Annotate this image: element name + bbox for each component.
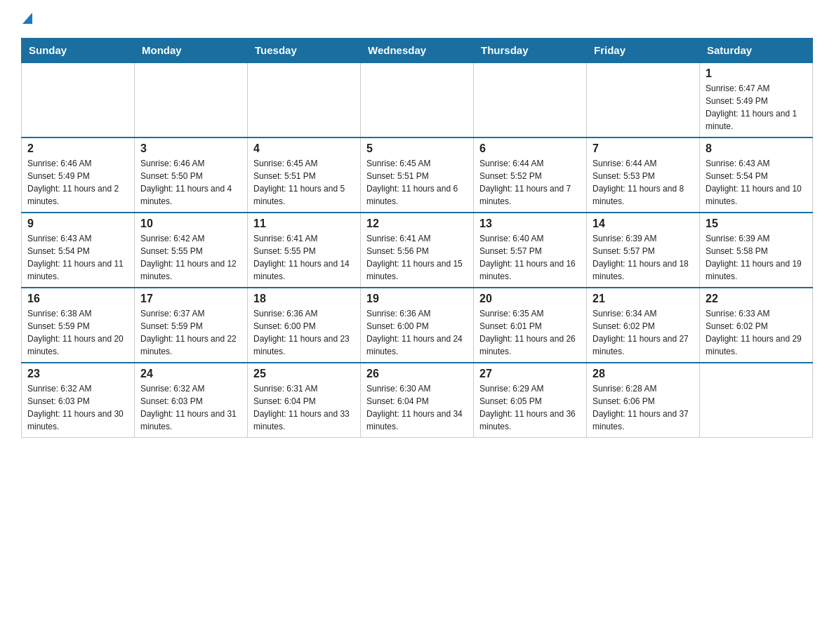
day-number: 8 xyxy=(706,142,807,155)
day-number: 12 xyxy=(366,217,468,230)
day-number: 7 xyxy=(593,142,694,155)
calendar-cell: 16Sunrise: 6:38 AM Sunset: 5:59 PM Dayli… xyxy=(22,288,135,363)
calendar-cell xyxy=(700,363,813,438)
weekday-header-row: SundayMondayTuesdayWednesdayThursdayFrid… xyxy=(22,39,813,63)
day-info: Sunrise: 6:42 AM Sunset: 5:55 PM Dayligh… xyxy=(140,232,241,283)
calendar-cell: 4Sunrise: 6:45 AM Sunset: 5:51 PM Daylig… xyxy=(248,137,361,213)
calendar-cell: 25Sunrise: 6:31 AM Sunset: 6:04 PM Dayli… xyxy=(248,363,361,438)
calendar-cell: 27Sunrise: 6:29 AM Sunset: 6:05 PM Dayli… xyxy=(474,363,587,438)
calendar-cell: 5Sunrise: 6:45 AM Sunset: 5:51 PM Daylig… xyxy=(361,137,474,213)
calendar-week-row: 2Sunrise: 6:46 AM Sunset: 5:49 PM Daylig… xyxy=(22,137,813,213)
calendar-week-row: 9Sunrise: 6:43 AM Sunset: 5:54 PM Daylig… xyxy=(22,213,813,288)
weekday-header-friday: Friday xyxy=(587,39,700,63)
calendar-cell: 12Sunrise: 6:41 AM Sunset: 5:56 PM Dayli… xyxy=(361,213,474,288)
day-number: 15 xyxy=(706,217,807,230)
calendar-cell: 1Sunrise: 6:47 AM Sunset: 5:49 PM Daylig… xyxy=(700,62,813,137)
day-info: Sunrise: 6:36 AM Sunset: 6:00 PM Dayligh… xyxy=(366,307,468,358)
calendar-table: SundayMondayTuesdayWednesdayThursdayFrid… xyxy=(21,38,813,438)
day-info: Sunrise: 6:45 AM Sunset: 5:51 PM Dayligh… xyxy=(253,157,355,208)
calendar-cell: 20Sunrise: 6:35 AM Sunset: 6:01 PM Dayli… xyxy=(474,288,587,363)
day-info: Sunrise: 6:41 AM Sunset: 5:56 PM Dayligh… xyxy=(366,232,468,283)
day-number: 13 xyxy=(479,217,581,230)
day-number: 28 xyxy=(593,368,694,380)
calendar-cell xyxy=(587,62,700,137)
calendar-cell: 2Sunrise: 6:46 AM Sunset: 5:49 PM Daylig… xyxy=(22,137,135,213)
calendar-cell xyxy=(22,62,135,137)
day-info: Sunrise: 6:46 AM Sunset: 5:50 PM Dayligh… xyxy=(140,157,241,208)
day-number: 16 xyxy=(27,293,128,305)
page-header xyxy=(21,14,813,25)
day-number: 6 xyxy=(479,142,581,155)
calendar-cell: 24Sunrise: 6:32 AM Sunset: 6:03 PM Dayli… xyxy=(135,363,248,438)
day-info: Sunrise: 6:41 AM Sunset: 5:55 PM Dayligh… xyxy=(253,232,355,283)
day-info: Sunrise: 6:39 AM Sunset: 5:58 PM Dayligh… xyxy=(706,232,807,283)
day-info: Sunrise: 6:32 AM Sunset: 6:03 PM Dayligh… xyxy=(27,382,128,433)
calendar-week-row: 16Sunrise: 6:38 AM Sunset: 5:59 PM Dayli… xyxy=(22,288,813,363)
calendar-cell: 18Sunrise: 6:36 AM Sunset: 6:00 PM Dayli… xyxy=(248,288,361,363)
day-number: 5 xyxy=(366,142,468,155)
day-info: Sunrise: 6:32 AM Sunset: 6:03 PM Dayligh… xyxy=(140,382,241,433)
weekday-header-monday: Monday xyxy=(135,39,248,63)
calendar-cell: 23Sunrise: 6:32 AM Sunset: 6:03 PM Dayli… xyxy=(22,363,135,438)
weekday-header-thursday: Thursday xyxy=(474,39,587,63)
day-info: Sunrise: 6:43 AM Sunset: 5:54 PM Dayligh… xyxy=(27,232,128,283)
logo-triangle-icon xyxy=(22,13,32,24)
day-info: Sunrise: 6:34 AM Sunset: 6:02 PM Dayligh… xyxy=(593,307,694,358)
day-info: Sunrise: 6:28 AM Sunset: 6:06 PM Dayligh… xyxy=(593,382,694,433)
day-number: 21 xyxy=(593,293,694,305)
day-number: 20 xyxy=(479,293,581,305)
day-info: Sunrise: 6:31 AM Sunset: 6:04 PM Dayligh… xyxy=(253,382,355,433)
weekday-header-wednesday: Wednesday xyxy=(361,39,474,63)
calendar-cell: 17Sunrise: 6:37 AM Sunset: 5:59 PM Dayli… xyxy=(135,288,248,363)
calendar-cell: 19Sunrise: 6:36 AM Sunset: 6:00 PM Dayli… xyxy=(361,288,474,363)
day-info: Sunrise: 6:36 AM Sunset: 6:00 PM Dayligh… xyxy=(253,307,355,358)
day-number: 10 xyxy=(140,217,241,230)
day-info: Sunrise: 6:30 AM Sunset: 6:04 PM Dayligh… xyxy=(366,382,468,433)
calendar-cell: 10Sunrise: 6:42 AM Sunset: 5:55 PM Dayli… xyxy=(135,213,248,288)
day-info: Sunrise: 6:38 AM Sunset: 5:59 PM Dayligh… xyxy=(27,307,128,358)
calendar-cell: 9Sunrise: 6:43 AM Sunset: 5:54 PM Daylig… xyxy=(22,213,135,288)
calendar-cell xyxy=(248,62,361,137)
calendar-cell xyxy=(361,62,474,137)
calendar-cell xyxy=(474,62,587,137)
calendar-cell: 11Sunrise: 6:41 AM Sunset: 5:55 PM Dayli… xyxy=(248,213,361,288)
day-number: 17 xyxy=(140,293,241,305)
calendar-cell: 14Sunrise: 6:39 AM Sunset: 5:57 PM Dayli… xyxy=(587,213,700,288)
calendar-cell: 15Sunrise: 6:39 AM Sunset: 5:58 PM Dayli… xyxy=(700,213,813,288)
day-info: Sunrise: 6:33 AM Sunset: 6:02 PM Dayligh… xyxy=(706,307,807,358)
logo xyxy=(21,14,32,25)
calendar-week-row: 1Sunrise: 6:47 AM Sunset: 5:49 PM Daylig… xyxy=(22,62,813,137)
weekday-header-saturday: Saturday xyxy=(700,39,813,63)
calendar-cell: 7Sunrise: 6:44 AM Sunset: 5:53 PM Daylig… xyxy=(587,137,700,213)
day-number: 3 xyxy=(140,142,241,155)
calendar-cell: 6Sunrise: 6:44 AM Sunset: 5:52 PM Daylig… xyxy=(474,137,587,213)
day-info: Sunrise: 6:40 AM Sunset: 5:57 PM Dayligh… xyxy=(479,232,581,283)
calendar-cell: 22Sunrise: 6:33 AM Sunset: 6:02 PM Dayli… xyxy=(700,288,813,363)
day-info: Sunrise: 6:39 AM Sunset: 5:57 PM Dayligh… xyxy=(593,232,694,283)
calendar-week-row: 23Sunrise: 6:32 AM Sunset: 6:03 PM Dayli… xyxy=(22,363,813,438)
calendar-cell: 21Sunrise: 6:34 AM Sunset: 6:02 PM Dayli… xyxy=(587,288,700,363)
calendar-cell xyxy=(135,62,248,137)
day-number: 1 xyxy=(706,67,807,80)
day-number: 2 xyxy=(27,142,128,155)
weekday-header-sunday: Sunday xyxy=(22,39,135,63)
day-number: 11 xyxy=(253,217,355,230)
day-number: 22 xyxy=(706,293,807,305)
weekday-header-tuesday: Tuesday xyxy=(248,39,361,63)
calendar-cell: 8Sunrise: 6:43 AM Sunset: 5:54 PM Daylig… xyxy=(700,137,813,213)
calendar-cell: 28Sunrise: 6:28 AM Sunset: 6:06 PM Dayli… xyxy=(587,363,700,438)
day-info: Sunrise: 6:43 AM Sunset: 5:54 PM Dayligh… xyxy=(706,157,807,208)
calendar-cell: 26Sunrise: 6:30 AM Sunset: 6:04 PM Dayli… xyxy=(361,363,474,438)
day-number: 25 xyxy=(253,368,355,380)
day-info: Sunrise: 6:47 AM Sunset: 5:49 PM Dayligh… xyxy=(706,82,807,133)
day-number: 9 xyxy=(27,217,128,230)
day-info: Sunrise: 6:37 AM Sunset: 5:59 PM Dayligh… xyxy=(140,307,241,358)
day-number: 18 xyxy=(253,293,355,305)
day-info: Sunrise: 6:45 AM Sunset: 5:51 PM Dayligh… xyxy=(366,157,468,208)
day-number: 26 xyxy=(366,368,468,380)
day-info: Sunrise: 6:35 AM Sunset: 6:01 PM Dayligh… xyxy=(479,307,581,358)
day-info: Sunrise: 6:46 AM Sunset: 5:49 PM Dayligh… xyxy=(27,157,128,208)
calendar-cell: 3Sunrise: 6:46 AM Sunset: 5:50 PM Daylig… xyxy=(135,137,248,213)
day-number: 24 xyxy=(140,368,241,380)
calendar-cell: 13Sunrise: 6:40 AM Sunset: 5:57 PM Dayli… xyxy=(474,213,587,288)
